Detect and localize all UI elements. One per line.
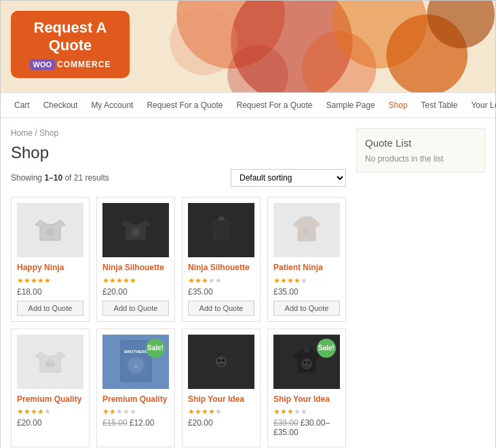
product-card: Ninja Silhouette ★★★★★ £35.00 Add to Quo… bbox=[182, 197, 261, 322]
product-card: Patient Ninja ★★★★★ £35.00 Add to Quote bbox=[267, 197, 346, 322]
main-content: Home / Shop Shop Showing 1–10 of 21 resu… bbox=[1, 118, 495, 448]
product-stars: ★★★★★ bbox=[17, 276, 83, 285]
sale-badge: Sale! bbox=[146, 339, 165, 358]
product-stars: ★★★★★ bbox=[188, 407, 254, 416]
product-card: Ship Your Idea ★★★★★ £20.00 bbox=[182, 329, 261, 448]
product-price: £35.00 bbox=[273, 287, 340, 297]
nav-my-account[interactable]: My Account bbox=[84, 92, 140, 118]
svg-text:BEST: BEST bbox=[45, 362, 54, 367]
product-price: £35.00 bbox=[188, 287, 254, 297]
add-to-quote-button[interactable]: Add to Quote bbox=[273, 301, 340, 316]
product-name: Ship Your Idea bbox=[273, 394, 340, 405]
svg-point-12 bbox=[303, 229, 310, 236]
svg-text:☆: ☆ bbox=[133, 363, 138, 369]
add-to-quote-button[interactable]: Add to Quote bbox=[188, 301, 254, 316]
product-price: £18.00 bbox=[17, 287, 83, 297]
results-count: Showing 1–10 of 21 results bbox=[11, 173, 109, 183]
product-image bbox=[17, 203, 83, 257]
svg-point-25 bbox=[307, 361, 310, 364]
nav-request-quote-2[interactable]: Request For a Quote bbox=[229, 92, 319, 118]
product-card: Ninja Silhouette ★★★★★ £20.00 Add to Quo… bbox=[96, 197, 175, 322]
shop-toolbar: Showing 1–10 of 21 results Default sorti… bbox=[11, 169, 346, 187]
product-card: BROTHERS ☆ Sale! Premium Quality ★★★★★ £… bbox=[96, 329, 175, 448]
product-image: BEST bbox=[17, 335, 83, 389]
svg-point-7 bbox=[170, 7, 237, 75]
nav-test-table[interactable]: Test Table bbox=[415, 92, 465, 118]
sidebar: Quote List No products in the list bbox=[356, 128, 485, 447]
main-nav: Cart Checkout My Account Request For a Q… bbox=[1, 92, 495, 118]
logo-box: Request A Quote WOO COMMERCE bbox=[11, 11, 130, 78]
nav-request-quote-1[interactable]: Request For a Quote bbox=[140, 92, 229, 118]
product-stars: ★★★★★ bbox=[17, 407, 83, 416]
svg-rect-10 bbox=[218, 217, 224, 221]
breadcrumb-current: Shop bbox=[39, 128, 58, 138]
product-name: Patient Ninja bbox=[273, 263, 340, 274]
svg-text:BROTHERS: BROTHERS bbox=[124, 350, 147, 354]
product-stars: ★★★★★ bbox=[273, 276, 340, 285]
nav-sample-page[interactable]: Sample Page bbox=[320, 92, 382, 118]
nav-shop[interactable]: Shop bbox=[382, 92, 415, 118]
product-grid: Happy Ninja ★★★★★ £18.00 Add to Quote Ni… bbox=[11, 197, 346, 447]
svg-point-23 bbox=[301, 358, 312, 369]
product-price: £20.00 bbox=[102, 287, 169, 297]
svg-point-21 bbox=[222, 359, 225, 362]
product-stars: ★★★★★ bbox=[273, 407, 340, 416]
product-image: Sale! bbox=[273, 335, 340, 389]
product-image bbox=[188, 203, 254, 257]
product-name: Ninja Silhouette bbox=[102, 263, 169, 274]
sale-badge: Sale! bbox=[317, 339, 336, 358]
add-to-quote-button[interactable]: Add to Quote bbox=[102, 301, 169, 316]
add-to-quote-button[interactable]: Add to Quote bbox=[17, 301, 83, 316]
no-products-text: No products in the list bbox=[365, 154, 476, 164]
product-price: £15.00£12.00 bbox=[102, 418, 169, 428]
product-stars: ★★★★★ bbox=[102, 407, 169, 416]
commerce-label: COMMERCE bbox=[57, 60, 111, 69]
nav-cart[interactable]: Cart bbox=[7, 92, 37, 118]
product-name: Ship Your Idea bbox=[188, 394, 254, 405]
svg-rect-22 bbox=[304, 348, 309, 352]
product-price: £20.00 bbox=[17, 418, 83, 428]
svg-point-8 bbox=[46, 228, 54, 236]
shop-content: Home / Shop Shop Showing 1–10 of 21 resu… bbox=[11, 128, 346, 447]
product-image bbox=[273, 203, 340, 257]
nav-checkout[interactable]: Checkout bbox=[37, 92, 85, 118]
logo-title: Request A Quote bbox=[20, 19, 120, 55]
product-price: £39.00£30.00–£35.00 bbox=[273, 418, 340, 437]
product-name: Premium Quality bbox=[17, 394, 83, 405]
product-image: BROTHERS ☆ Sale! bbox=[102, 335, 169, 389]
breadcrumb: Home / Shop bbox=[11, 128, 346, 138]
page-title: Shop bbox=[11, 143, 346, 162]
product-image bbox=[188, 335, 254, 389]
product-price: £20.00 bbox=[188, 418, 254, 428]
product-stars: ★★★★★ bbox=[102, 276, 169, 285]
svg-point-20 bbox=[218, 359, 221, 362]
hero-banner: Request A Quote WOO COMMERCE bbox=[1, 1, 495, 92]
quote-list-box: Quote List No products in the list bbox=[356, 128, 485, 172]
svg-point-24 bbox=[303, 361, 306, 364]
svg-point-19 bbox=[216, 356, 227, 367]
nav-your-location[interactable]: Your Location bbox=[464, 92, 496, 118]
product-card: BEST Premium Quality ★★★★★ £20.00 bbox=[11, 329, 90, 448]
product-name: Happy Ninja bbox=[17, 263, 83, 274]
woo-label: WOO bbox=[30, 59, 56, 70]
breadcrumb-home[interactable]: Home bbox=[11, 128, 33, 138]
product-stars: ★★★★★ bbox=[188, 276, 254, 285]
svg-rect-11 bbox=[304, 217, 309, 221]
woo-badge: WOO COMMERCE bbox=[20, 59, 120, 70]
product-card: Happy Ninja ★★★★★ £18.00 Add to Quote bbox=[11, 197, 90, 322]
svg-point-9 bbox=[132, 228, 140, 236]
breadcrumb-separator: / bbox=[35, 128, 37, 138]
quote-list-title: Quote List bbox=[365, 137, 476, 149]
product-name: Ninja Silhouette bbox=[188, 263, 254, 274]
product-card: Sale! Ship Your Idea ★★★★★ £39.00£30.00–… bbox=[267, 329, 346, 448]
product-name: Premium Quality bbox=[102, 394, 169, 405]
sort-select[interactable]: Default sorting Sort by popularity Sort … bbox=[231, 169, 346, 187]
product-image bbox=[102, 203, 169, 257]
